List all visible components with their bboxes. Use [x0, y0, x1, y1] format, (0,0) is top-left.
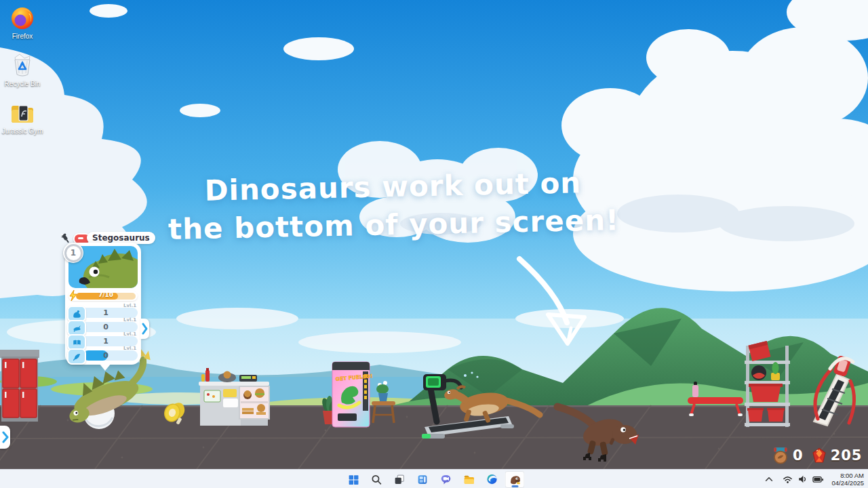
file-explorer-button[interactable] — [459, 471, 479, 488]
treadmill-with-dino[interactable] — [422, 371, 540, 439]
start-button[interactable] — [344, 471, 363, 488]
chevron-right-icon — [2, 430, 9, 444]
battery-icon[interactable] — [812, 474, 824, 484]
snack-counter[interactable] — [199, 368, 269, 426]
recycle-bin-icon — [9, 52, 35, 79]
gem-icon — [811, 447, 827, 464]
task-view-icon — [394, 474, 406, 485]
card-body: 1 7/10 Lvl.1 1 — [65, 243, 141, 365]
stat-row-creativity[interactable]: Lvl.1 0 — [68, 346, 138, 361]
gem-count: 205 — [831, 447, 863, 464]
tray-chevron-up-icon[interactable] — [764, 475, 774, 483]
energy-bar: 7/10 — [68, 291, 138, 301]
tray-date: 04/24/2025 — [831, 479, 864, 487]
wifi-icon[interactable] — [783, 474, 793, 484]
firefox-icon — [9, 5, 35, 31]
search-button[interactable] — [367, 471, 387, 488]
card-pointer-tail — [99, 363, 111, 371]
stat-row-knowledge[interactable]: Lvl.1 1 — [68, 332, 138, 347]
treadmill-dino[interactable] — [443, 371, 540, 423]
volume-icon[interactable] — [797, 474, 808, 484]
windows-start-icon — [348, 474, 359, 485]
desktop-screen: Dinosaurs work out on the bottom of your… — [0, 0, 868, 488]
desktop-icon-label: Jurassic Gym — [1, 127, 43, 135]
ab-roller[interactable] — [163, 401, 187, 424]
desktop-icon-label: Firefox — [1, 33, 43, 40]
currency-hud: 0 205 — [772, 446, 862, 464]
stat-list: Lvl.1 1 Lvl.1 0 Lvl.1 — [68, 304, 138, 363]
stat-row-strength[interactable]: Lvl.1 1 — [68, 304, 138, 319]
dino-stat-card: Stegosaurus 1 7/10 — [60, 232, 149, 375]
vending-machine[interactable]: GET FUELED! — [332, 362, 373, 427]
storage-shelf[interactable] — [745, 341, 790, 427]
dino-level: 1 — [71, 248, 76, 258]
edge-icon — [486, 473, 498, 485]
scene-panel-toggle[interactable] — [0, 426, 10, 449]
tray-clock[interactable]: 8:00 AM 04/24/2025 — [831, 472, 864, 487]
active-app-indicator — [511, 485, 518, 487]
stat-row-agility[interactable]: Lvl.1 0 — [68, 318, 138, 333]
task-view-button[interactable] — [390, 471, 410, 488]
bench-with-bottle[interactable] — [688, 382, 743, 416]
chat-icon — [439, 473, 452, 485]
chevron-right-icon — [141, 321, 149, 336]
energy-label: 7/10 — [76, 291, 136, 298]
creativity-icon — [72, 352, 82, 362]
taskbar: 8:00 AM 04/24/2025 — [0, 469, 868, 488]
card-next-button[interactable] — [140, 319, 149, 339]
file-explorer-icon — [462, 473, 475, 485]
desktop-icon-label: Recycle Bin — [1, 80, 43, 87]
dino-level-badge: 1 — [63, 243, 83, 263]
medal-icon — [772, 446, 789, 464]
taskbar-app-jurassic-gym[interactable] — [505, 471, 525, 488]
tray-time: 8:00 AM — [831, 472, 864, 479]
edge-button[interactable] — [482, 471, 502, 488]
widgets-icon — [417, 474, 429, 485]
jurassic-gym-folder-icon — [9, 100, 36, 126]
jurassic-gym-app-icon — [508, 473, 521, 486]
lockers[interactable] — [0, 350, 39, 422]
medal-count: 0 — [793, 447, 804, 464]
search-icon — [371, 474, 382, 485]
desktop-icon-jurassic-gym[interactable]: Jurassic Gym — [1, 100, 43, 135]
chat-button[interactable] — [436, 471, 456, 488]
running-trex[interactable] — [557, 407, 639, 462]
desktop-icon-firefox[interactable]: Firefox — [1, 5, 43, 40]
desktop-icon-recycle-bin[interactable]: Recycle Bin — [1, 52, 43, 87]
widgets-button[interactable] — [413, 471, 433, 488]
side-table-plant[interactable] — [372, 381, 395, 423]
energy-bolt-icon — [68, 289, 78, 302]
tipped-treadmill[interactable] — [814, 355, 854, 426]
